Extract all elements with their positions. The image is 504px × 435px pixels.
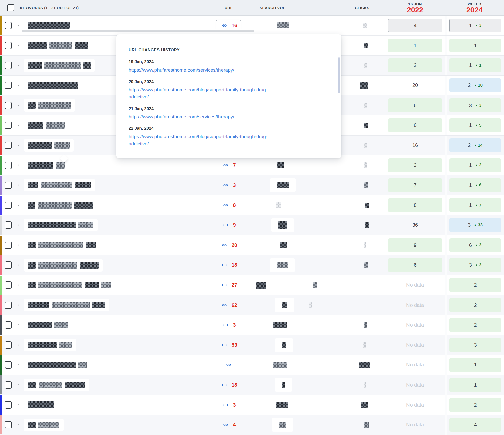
row-checkbox[interactable] <box>5 202 12 209</box>
row-select-cell: › <box>0 42 24 49</box>
position-badge[interactable]: 2▲18 <box>449 78 501 92</box>
expand-chevron-icon[interactable]: › <box>17 282 19 288</box>
url-history-button[interactable]: 20 <box>220 242 237 248</box>
position-badge[interactable]: 3 <box>449 338 501 352</box>
position-badge[interactable]: 9 <box>388 238 442 252</box>
position-badge[interactable]: 1▲6 <box>449 178 501 192</box>
position-badge[interactable]: 3▲33 <box>449 218 501 232</box>
position-badge[interactable]: 1▲5 <box>449 118 501 132</box>
expand-chevron-icon[interactable]: › <box>17 242 19 248</box>
url-history-button[interactable]: 8 <box>221 202 236 208</box>
url-history-button[interactable]: 18 <box>220 382 237 388</box>
position-badge[interactable]: 2 <box>449 398 501 412</box>
select-all-checkbox[interactable] <box>7 4 14 11</box>
row-checkbox[interactable] <box>5 321 12 329</box>
position-badge[interactable]: 3▲3 <box>449 98 501 112</box>
position-badge[interactable]: 2 <box>449 318 501 332</box>
position-badge[interactable]: 2▲14 <box>449 138 501 152</box>
url-history-button[interactable]: 9 <box>221 222 236 228</box>
expand-chevron-icon[interactable]: › <box>17 82 19 88</box>
url-history-link[interactable]: https://www.phufaresthome.com/blog/suppo… <box>129 86 284 101</box>
url-history-link[interactable]: https://www.phufaresthome.com/services/t… <box>129 66 284 74</box>
expand-chevron-icon[interactable]: › <box>17 22 19 29</box>
expand-chevron-icon[interactable]: › <box>17 162 19 169</box>
row-checkbox[interactable] <box>5 62 12 69</box>
url-history-button[interactable]: 18 <box>220 262 237 268</box>
expand-chevron-icon[interactable]: › <box>17 202 19 208</box>
position-badge[interactable]: 3▲3 <box>449 258 501 272</box>
position-badge[interactable]: 8 <box>388 198 442 212</box>
row-checkbox[interactable] <box>5 42 12 49</box>
expand-chevron-icon[interactable]: › <box>17 342 19 348</box>
expand-chevron-icon[interactable]: › <box>17 402 19 408</box>
expand-chevron-icon[interactable]: › <box>17 262 19 268</box>
url-history-button[interactable]: 62 <box>220 302 237 308</box>
position-badge[interactable]: 1▲2 <box>449 158 501 172</box>
position-badge[interactable]: 1▲1 <box>449 58 501 72</box>
expand-chevron-icon[interactable]: › <box>17 62 19 69</box>
url-history-button[interactable]: 3 <box>221 402 236 408</box>
censored-keyword <box>24 179 95 191</box>
row-checkbox[interactable] <box>5 102 12 109</box>
url-history-link[interactable]: https://www.phufaresthome.com/services/t… <box>129 113 284 121</box>
position-badge[interactable]: 2 <box>449 278 501 292</box>
expand-chevron-icon[interactable]: › <box>17 222 19 228</box>
url-history-button[interactable]: 7 <box>221 162 236 168</box>
position-badge[interactable]: 2 <box>449 298 501 312</box>
position-badge[interactable]: 4 <box>449 418 501 432</box>
row-checkbox[interactable] <box>5 122 12 129</box>
row-checkbox[interactable] <box>5 221 12 229</box>
position-badge[interactable]: 1▲7 <box>449 198 501 212</box>
position-badge[interactable]: 1 <box>388 39 442 52</box>
position-badge[interactable]: 2 <box>388 58 442 72</box>
expand-chevron-icon[interactable]: › <box>17 382 19 388</box>
url-history-link[interactable]: https://www.phufaresthome.com/blog/suppo… <box>129 133 284 147</box>
row-checkbox[interactable] <box>5 421 12 428</box>
row-checkbox[interactable] <box>5 381 12 389</box>
expand-chevron-icon[interactable]: › <box>17 142 19 148</box>
row-checkbox[interactable] <box>5 302 12 309</box>
position-badge[interactable]: 3 <box>388 158 442 172</box>
keywords-horizontal-scrollbar[interactable] <box>22 30 254 32</box>
url-history-button[interactable]: 27 <box>220 282 237 288</box>
expand-chevron-icon[interactable]: › <box>17 302 19 308</box>
row-checkbox[interactable] <box>5 142 12 149</box>
position-badge[interactable]: 1 <box>449 39 501 52</box>
row-select-cell: › <box>0 221 24 229</box>
expand-chevron-icon[interactable]: › <box>17 102 19 109</box>
row-checkbox[interactable] <box>5 182 12 189</box>
row-checkbox[interactable] <box>5 261 12 269</box>
url-history-button[interactable] <box>224 362 233 367</box>
url-history-button[interactable]: 3 <box>221 182 236 188</box>
row-checkbox[interactable] <box>5 361 12 369</box>
popup-scrollbar-thumb[interactable] <box>338 57 340 93</box>
row-checkbox[interactable] <box>5 242 12 249</box>
row-checkbox[interactable] <box>5 401 12 409</box>
expand-chevron-icon[interactable]: › <box>17 182 19 188</box>
row-checkbox[interactable] <box>5 162 12 169</box>
keyword-cell <box>24 259 213 272</box>
position-badge[interactable]: 6 <box>388 258 442 272</box>
position-badge[interactable]: 6▲3 <box>449 238 501 252</box>
position-badge[interactable]: 1 <box>449 358 501 372</box>
expand-chevron-icon[interactable]: › <box>17 42 19 49</box>
row-checkbox[interactable] <box>5 281 12 289</box>
expand-chevron-icon[interactable]: › <box>17 422 19 428</box>
position-badge[interactable]: 1 <box>449 378 501 392</box>
expand-chevron-icon[interactable]: › <box>17 122 19 128</box>
censored-keyword-segment <box>28 62 42 69</box>
expand-chevron-icon[interactable]: › <box>17 362 19 368</box>
row-checkbox[interactable] <box>5 341 12 349</box>
link-icon <box>221 183 230 188</box>
position-badge[interactable]: 6 <box>388 118 442 132</box>
url-history-button[interactable]: 3 <box>221 322 236 328</box>
expand-chevron-icon[interactable]: › <box>17 322 19 328</box>
url-history-button[interactable]: 53 <box>220 342 237 348</box>
row-checkbox[interactable] <box>5 22 12 29</box>
row-checkbox[interactable] <box>5 82 12 89</box>
url-history-button[interactable]: 4 <box>221 422 236 428</box>
position-badge[interactable]: 1▲3 <box>449 19 501 32</box>
position-badge[interactable]: 7 <box>388 178 442 192</box>
position-badge[interactable]: 4 <box>388 19 442 32</box>
position-badge[interactable]: 6 <box>388 98 442 112</box>
